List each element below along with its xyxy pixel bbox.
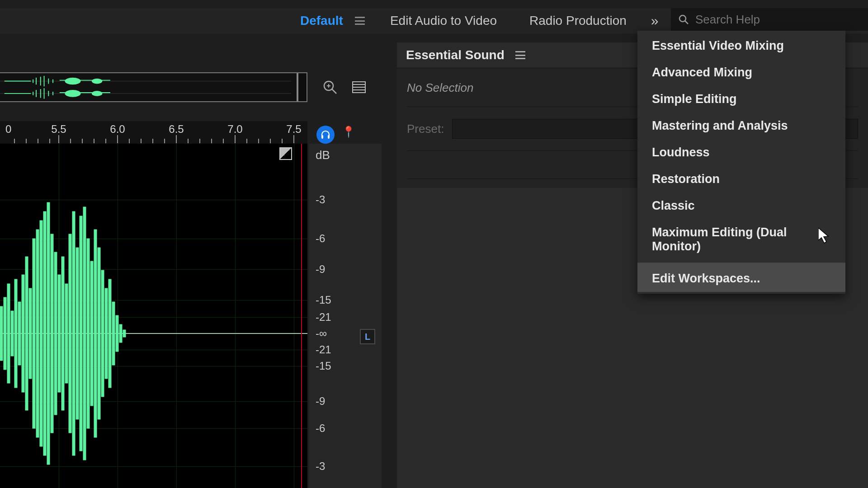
svg-rect-32 <box>4 297 6 370</box>
svg-rect-31 <box>0 306 3 361</box>
menu-item-mastering-and-analysis[interactable]: Mastering and Analysis <box>637 113 845 139</box>
svg-rect-65 <box>123 330 126 337</box>
svg-rect-42 <box>40 221 42 446</box>
svg-rect-45 <box>51 234 53 433</box>
svg-rect-44 <box>47 202 50 465</box>
menu-item-essential-video-mixing[interactable]: Essential Video Mixing <box>637 33 845 59</box>
svg-rect-64 <box>119 324 122 343</box>
svg-rect-33 <box>7 284 10 383</box>
search-help-field[interactable] <box>671 8 868 31</box>
svg-rect-57 <box>94 230 97 437</box>
channel-badge-left[interactable]: L <box>360 329 375 344</box>
svg-point-13 <box>92 79 102 84</box>
svg-rect-29 <box>328 135 330 139</box>
cursor-icon <box>818 228 831 247</box>
view-mode-icon[interactable] <box>349 79 369 96</box>
ruler-tick-label: 0 <box>5 123 11 136</box>
svg-rect-49 <box>65 284 68 383</box>
svg-rect-28 <box>321 135 323 139</box>
menu-item-edit-workspaces[interactable]: Edit Workspaces... <box>637 263 845 292</box>
selection-handle-icon[interactable] <box>279 147 292 160</box>
svg-point-23 <box>92 91 102 96</box>
amplitude-axis: dB -3 -6 -9 -15 -21 -∞ -21 -15 -9 -6 -3 <box>309 144 382 488</box>
db-tick-label: -15 <box>316 360 331 372</box>
ruler-tick-label: 6.0 <box>110 123 125 136</box>
overview-waveform <box>0 73 291 102</box>
waveform-editor[interactable] <box>0 144 307 488</box>
menu-item-restoration[interactable]: Restoration <box>637 166 845 192</box>
svg-rect-53 <box>80 216 82 451</box>
svg-point-0 <box>679 15 686 22</box>
zoom-tool-icon[interactable] <box>320 79 340 96</box>
svg-rect-34 <box>11 311 14 356</box>
menu-item-simple-editing[interactable]: Simple Editing <box>637 86 845 113</box>
svg-rect-38 <box>25 257 28 410</box>
menu-item-loudness[interactable]: Loudness <box>637 139 845 166</box>
svg-rect-50 <box>69 234 71 433</box>
workspace-dropdown-menu: Essential Video Mixing Advanced Mixing S… <box>637 31 845 294</box>
navigator-overview[interactable] <box>0 72 307 102</box>
svg-rect-52 <box>76 248 79 419</box>
db-tick-label: -15 <box>316 294 331 306</box>
panel-menu-icon[interactable] <box>515 51 525 59</box>
svg-line-25 <box>332 89 336 94</box>
db-tick-label: -21 <box>316 311 331 324</box>
svg-rect-37 <box>22 275 24 392</box>
ruler-tick-label: 7.0 <box>227 123 242 136</box>
svg-rect-35 <box>14 279 17 388</box>
workspace-tab-edit-audio-to-video[interactable]: Edit Audio to Video <box>374 9 513 33</box>
search-help-input[interactable] <box>695 13 861 27</box>
time-ruler[interactable]: 0 5.5 6.0 6.5 7.0 7.5 <box>0 121 307 144</box>
svg-rect-47 <box>58 275 61 392</box>
db-tick-label: -3 <box>316 193 325 206</box>
preset-label: Preset: <box>407 122 444 136</box>
menu-item-advanced-mixing[interactable]: Advanced Mixing <box>637 59 845 86</box>
workspace-tabs: Default Edit Audio to Video Radio Produc… <box>284 9 667 33</box>
db-tick-label: -6 <box>316 422 325 435</box>
db-unit-label: dB <box>316 148 330 162</box>
svg-rect-48 <box>61 257 64 410</box>
workspace-tab-default[interactable]: Default <box>284 9 359 33</box>
svg-rect-54 <box>83 207 86 460</box>
svg-point-12 <box>65 78 80 85</box>
ruler-tick-label: 7.5 <box>286 123 301 136</box>
svg-rect-62 <box>112 302 115 365</box>
svg-rect-55 <box>87 239 90 428</box>
svg-rect-43 <box>43 211 46 455</box>
playhead[interactable] <box>301 144 302 488</box>
menu-item-maximum-editing[interactable]: Maximum Editing (Dual Monitor) <box>637 219 845 260</box>
hamburger-icon[interactable] <box>355 17 365 25</box>
ruler-tick-label: 5.5 <box>51 123 66 136</box>
waveform-graphic <box>0 144 307 488</box>
db-tick-label: -9 <box>316 395 325 408</box>
db-tick-label: -9 <box>316 263 325 276</box>
svg-rect-51 <box>72 211 75 455</box>
ruler-tick-label: 6.5 <box>169 123 184 136</box>
svg-marker-66 <box>818 228 828 243</box>
svg-rect-59 <box>101 270 104 397</box>
svg-rect-63 <box>116 315 118 352</box>
menu-item-classic[interactable]: Classic <box>637 192 845 219</box>
workspace-overflow-icon[interactable]: » <box>643 13 667 28</box>
svg-rect-36 <box>18 302 21 365</box>
svg-rect-41 <box>36 230 39 437</box>
db-tick-label: -21 <box>316 343 331 356</box>
svg-rect-46 <box>54 252 57 415</box>
svg-rect-39 <box>29 288 32 379</box>
svg-rect-61 <box>108 279 111 388</box>
svg-point-22 <box>65 90 80 97</box>
svg-rect-40 <box>33 239 35 428</box>
workspace-tab-radio-production[interactable]: Radio Production <box>513 9 643 33</box>
pin-icon[interactable]: 📍 <box>342 126 355 138</box>
headphones-icon[interactable] <box>316 126 335 144</box>
svg-rect-60 <box>105 288 108 379</box>
svg-rect-58 <box>98 248 100 419</box>
db-tick-label: -6 <box>316 232 325 245</box>
db-tick-label: -∞ <box>316 327 327 340</box>
svg-line-1 <box>685 21 688 24</box>
search-icon <box>678 14 689 25</box>
svg-rect-56 <box>90 261 93 406</box>
essential-sound-title: Essential Sound <box>406 48 505 62</box>
db-tick-label: -3 <box>316 460 325 473</box>
